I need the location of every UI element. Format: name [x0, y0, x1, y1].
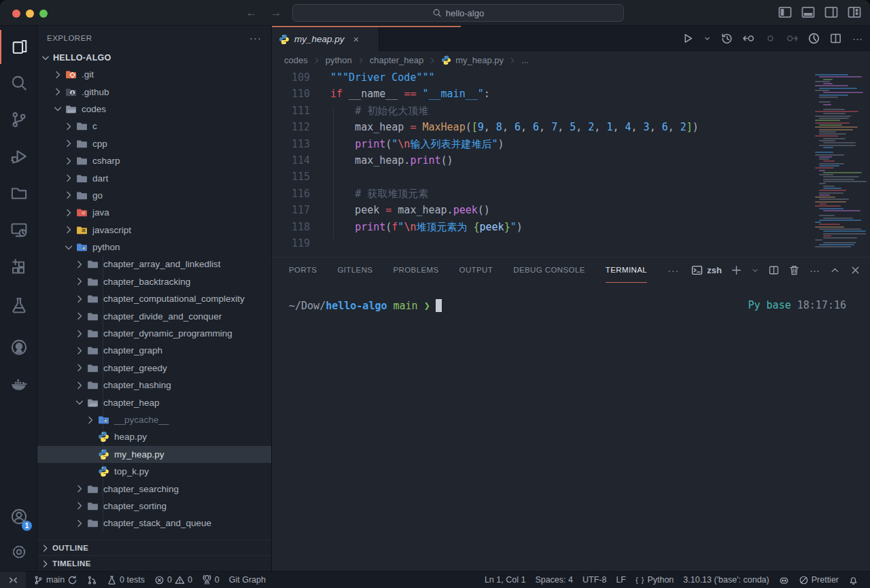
tree-item-chapter-stack-and-queue[interactable]: chapter_stack_and_queue: [37, 515, 271, 532]
nav-forward-button[interactable]: →: [268, 5, 284, 21]
tree-item-chapter-computational-complexity[interactable]: chapter_computational_complexity: [37, 290, 271, 307]
tree-item-chapter-graph[interactable]: chapter_graph: [37, 342, 271, 359]
panel-tab-output[interactable]: OUTPUT: [459, 258, 493, 283]
status-git-branch[interactable]: main: [29, 572, 82, 588]
terminal[interactable]: ~/Dow/hello-algo main ❯ Py base 18:17:16: [272, 283, 870, 572]
activity-source-control[interactable]: [0, 103, 37, 137]
code-area[interactable]: 109"""Driver Code"""110if __name__ == "_…: [272, 69, 870, 283]
breadcrumb-item[interactable]: my_heap.py: [441, 55, 504, 65]
activity-remote-explorer[interactable]: [0, 213, 37, 247]
activity-testing[interactable]: [0, 288, 37, 322]
close-icon[interactable]: [850, 264, 861, 276]
more-icon[interactable]: ···: [851, 32, 864, 45]
tree-item-dart[interactable]: dart: [37, 169, 271, 186]
split-editor-icon[interactable]: [829, 32, 842, 45]
command-center-search[interactable]: hello-algo: [292, 4, 624, 22]
tree-item-heap-py[interactable]: heap.py: [37, 428, 271, 445]
activity-project-manager[interactable]: [0, 176, 37, 210]
tree-item-chapter-backtracking[interactable]: chapter_backtracking: [37, 273, 271, 290]
terminal-shell-indicator[interactable]: zsh: [691, 264, 722, 276]
tree-root-hello-algo[interactable]: HELLO-ALGO: [37, 50, 271, 66]
status-remote-indicator[interactable]: [0, 572, 26, 588]
breadcrumb-item[interactable]: codes: [284, 55, 308, 65]
open-changes-icon[interactable]: [742, 32, 755, 45]
section-timeline[interactable]: TIMELINE: [37, 555, 271, 571]
tree-item--git[interactable]: .git: [37, 66, 271, 83]
tree-item-chapter-array-and-linkedlist[interactable]: chapter_array_and_linkedlist: [37, 256, 271, 273]
tree-item-chapter-dynamic-programming[interactable]: chapter_dynamic_programming: [37, 325, 271, 342]
tree-item-chapter-sorting[interactable]: chapter_sorting: [37, 498, 271, 515]
activity-run-and-debug[interactable]: [0, 139, 37, 173]
tree-item-chapter-heap[interactable]: chapter_heap: [37, 394, 271, 411]
activity-docker[interactable]: [0, 367, 37, 401]
panel-tab-problems[interactable]: PROBLEMS: [393, 258, 438, 283]
status-notifications[interactable]: [843, 572, 863, 588]
history-clock-icon[interactable]: [720, 32, 733, 45]
status-copilot[interactable]: [774, 572, 794, 588]
breadcrumb-item[interactable]: ...: [521, 55, 529, 65]
panel-tab-debug-console[interactable]: DEBUG CONSOLE: [513, 258, 585, 283]
status-eol[interactable]: LF: [611, 572, 631, 588]
tree-item-java[interactable]: java: [37, 204, 271, 221]
activity-accounts[interactable]: 1: [0, 500, 37, 534]
minimize-window-button[interactable]: [26, 10, 34, 18]
tree-item-go[interactable]: go: [37, 187, 271, 204]
tree-item--github[interactable]: .github: [37, 83, 271, 100]
panel-tab-terminal[interactable]: TERMINAL: [606, 258, 647, 283]
tree-item-chapter-greedy[interactable]: chapter_greedy: [37, 360, 271, 377]
activity-extensions[interactable]: [0, 250, 37, 284]
circle-arrow-dim-icon[interactable]: [786, 32, 799, 45]
status-indentation[interactable]: Spaces: 4: [530, 572, 578, 588]
layout-sidebar-right-icon[interactable]: [824, 5, 839, 20]
tree-item-c[interactable]: c: [37, 118, 271, 135]
tab-my-heap-py[interactable]: my_heap.py ×: [272, 26, 379, 51]
status-problems[interactable]: 00: [150, 572, 197, 588]
layout-sidebar-left-icon[interactable]: [778, 5, 793, 20]
tree-item-cpp[interactable]: cpp: [37, 135, 271, 152]
nav-back-button[interactable]: ←: [243, 5, 260, 21]
breadcrumb-item[interactable]: chapter_heap: [370, 55, 424, 65]
chev-up-icon[interactable]: [829, 264, 841, 276]
tree-item-codes[interactable]: codes: [37, 101, 271, 118]
tree-item-chapter-divide-and-conquer[interactable]: chapter_divide_and_conquer: [37, 307, 271, 324]
panel-tab-gitlens[interactable]: GITLENS: [337, 258, 372, 283]
layout-panel-icon[interactable]: [801, 5, 816, 20]
status-python-interpreter[interactable]: 3.10.13 ('base': conda): [678, 572, 773, 588]
tree-item-chapter-searching[interactable]: chapter_searching: [37, 480, 271, 497]
panel-tabs-more[interactable]: ···: [667, 265, 679, 276]
plus-icon[interactable]: [731, 264, 742, 276]
status-encoding[interactable]: UTF-8: [578, 572, 611, 588]
split-editor-icon[interactable]: [768, 264, 780, 276]
explorer-more-actions[interactable]: ···: [249, 32, 262, 44]
activity-github[interactable]: [0, 330, 37, 364]
tree-item-python[interactable]: python: [37, 239, 271, 256]
activity-settings[interactable]: [0, 535, 37, 569]
more-icon[interactable]: ···: [809, 264, 820, 276]
activity-search[interactable]: [0, 66, 37, 100]
chev-down-icon[interactable]: [751, 266, 759, 275]
tree-item-chapter-hashing[interactable]: chapter_hashing: [37, 377, 271, 394]
status-ports[interactable]: 0: [197, 572, 224, 588]
breadcrumb-item[interactable]: python: [326, 55, 352, 65]
status-git-graph[interactable]: Git Graph: [224, 572, 271, 588]
run-dropdown-icon[interactable]: [703, 34, 712, 43]
layout-customize-icon[interactable]: [847, 5, 862, 20]
status-cursor-position[interactable]: Ln 1, Col 1: [480, 572, 530, 588]
tree-item-csharp[interactable]: csharp: [37, 152, 271, 169]
tree-item-my-heap-py[interactable]: my_heap.py: [37, 446, 271, 463]
tree-item--pycache-[interactable]: __pycache__: [37, 411, 271, 428]
panel-tab-ports[interactable]: PORTS: [289, 258, 317, 283]
tree-item-top-k-py[interactable]: top_k.py: [37, 463, 271, 480]
status-tests[interactable]: 0 tests: [102, 572, 150, 588]
close-window-button[interactable]: [12, 10, 20, 18]
status-prettier[interactable]: Prettier: [794, 572, 843, 588]
section-outline[interactable]: OUTLINE: [37, 540, 271, 555]
trash-icon[interactable]: [788, 264, 800, 276]
tree-item-javascript[interactable]: JSjavascript: [37, 222, 271, 239]
play-icon[interactable]: [681, 32, 694, 45]
status-gitlens-graph[interactable]: [82, 572, 102, 588]
zoom-window-button[interactable]: [39, 10, 48, 18]
gitlens-blame-icon[interactable]: [807, 32, 820, 45]
activity-explorer[interactable]: [0, 30, 37, 64]
close-tab-icon[interactable]: ×: [353, 33, 360, 45]
